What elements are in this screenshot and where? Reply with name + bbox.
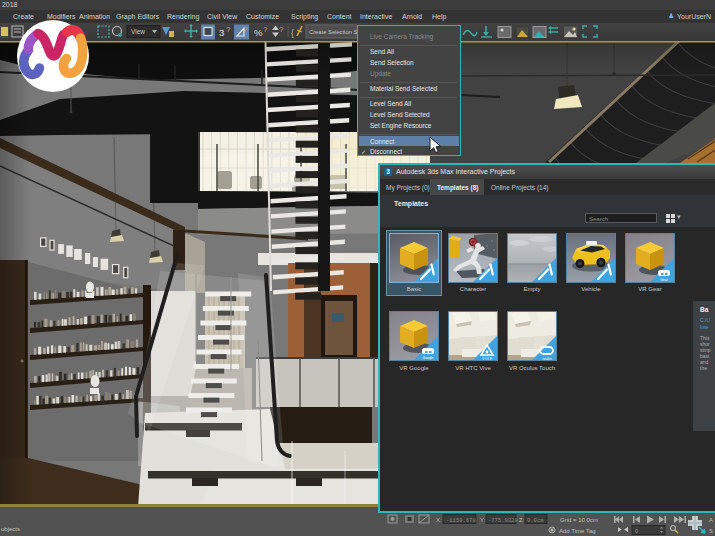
svg-text:View: View (131, 28, 145, 35)
svg-text:Z:: Z: (519, 517, 525, 523)
svg-text:0: 0 (635, 528, 638, 534)
svg-text:0.0cm: 0.0cm (527, 517, 544, 524)
svg-text:Grid = 10.0cm: Grid = 10.0cm (560, 517, 598, 523)
svg-text:3: 3 (219, 27, 224, 38)
svg-text:X:: X: (436, 517, 442, 523)
svg-text:V I V E: V I V E (482, 357, 491, 361)
svg-text:A: A (709, 517, 713, 523)
svg-text:Y:: Y: (480, 517, 486, 523)
svg-text:?: ? (279, 25, 284, 34)
svg-text:?: ? (263, 25, 268, 34)
svg-text:{: { (291, 28, 294, 38)
svg-text:Add Time Tag: Add Time Tag (559, 528, 596, 534)
svg-text:?: ? (243, 25, 248, 34)
svg-text:-1150.678: -1150.678 (446, 517, 476, 524)
svg-text:Gear: Gear (660, 278, 668, 282)
svg-text:?: ? (226, 25, 231, 34)
svg-text:%: % (254, 27, 263, 38)
svg-text:-775.9328: -775.9328 (488, 517, 518, 524)
svg-text:Google: Google (423, 356, 434, 360)
svg-text:S: S (709, 528, 713, 534)
svg-text:Create Selection Se: Create Selection Se (309, 29, 361, 35)
svg-text:oculus: oculus (542, 357, 552, 361)
